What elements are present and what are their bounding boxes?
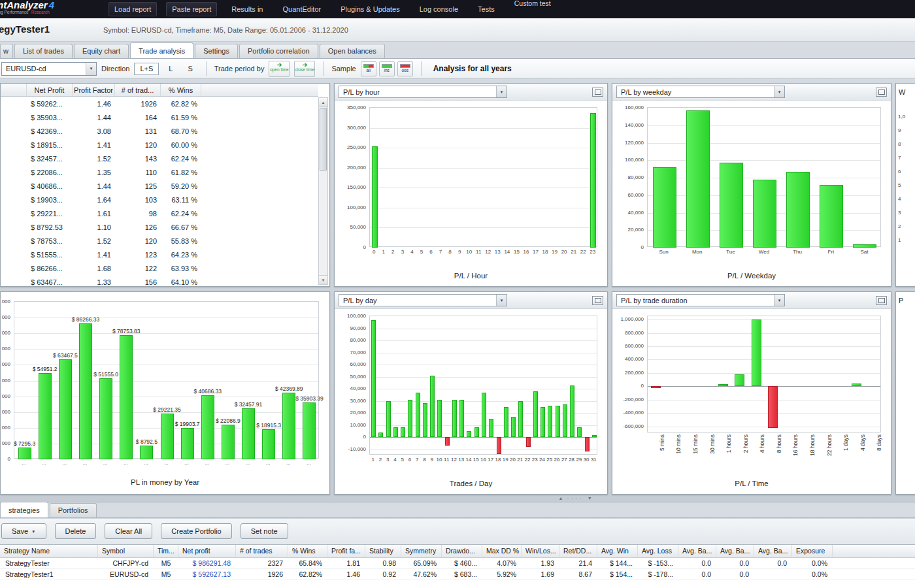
tab-w[interactable]: w: [0, 44, 13, 58]
table-row[interactable]: $ 22086...1.3511061.82 %: [1, 165, 318, 179]
symbol-select[interactable]: EURUSD-cd ▾: [1, 62, 97, 76]
column-header-stability[interactable]: Stability: [365, 545, 401, 557]
popout-icon[interactable]: [876, 296, 887, 305]
column-header-strategy-name[interactable]: Strategy Name: [0, 545, 98, 557]
bar: [563, 404, 567, 437]
column-header-wins[interactable]: % Wins: [288, 545, 327, 557]
column-header-avg-loss[interactable]: Avg. Loss: [638, 545, 678, 557]
sample-all-button[interactable]: all: [361, 61, 376, 76]
strategies-table-body: StrategyTesterCHFJPY-cdM5$ 986291.482327…: [0, 558, 915, 580]
menu-item-paste-report[interactable]: Paste report: [166, 2, 217, 16]
long-only-button[interactable]: L: [163, 63, 178, 74]
scrollbar-thumb[interactable]: [320, 108, 327, 171]
tab-trade-analysis[interactable]: Trade analysis: [130, 42, 193, 58]
bar: [577, 427, 582, 437]
column-header-symbol[interactable]: Symbol: [98, 545, 154, 557]
tab-settings[interactable]: Settings: [195, 44, 238, 58]
column-header-exposure[interactable]: Exposure: [792, 545, 833, 557]
strategy-row[interactable]: StrategyTester1EURUSD-cdM5$ 592627.13192…: [0, 569, 915, 580]
table-row[interactable]: $ 18915...1.4112060.00 %: [1, 138, 318, 152]
table-row[interactable]: $ 51555...1.4112364.23 %: [1, 248, 318, 261]
set-note-button[interactable]: Set note: [241, 523, 288, 539]
column-header-profit-fa[interactable]: Profit fa...: [327, 545, 365, 557]
column-header-avg-win[interactable]: Avg. Win: [597, 545, 638, 557]
chevron-down-icon[interactable]: ▾: [774, 295, 784, 306]
column-header-max-dd[interactable]: Max DD %: [482, 545, 522, 557]
table-row[interactable]: $ 35903...1.4416461.59 %: [1, 110, 318, 124]
column-header-win-los[interactable]: Win/Los...: [522, 545, 559, 557]
column-header-net-profit[interactable]: Net profit: [178, 545, 236, 557]
table-row[interactable]: $ 86266...1.6812263.93 %: [1, 261, 318, 275]
chevron-down-icon[interactable]: ▾: [86, 63, 96, 75]
table-row[interactable]: $ 8792.531.1012666.67 %: [1, 220, 318, 234]
tab-open-balances[interactable]: Open balances: [320, 44, 385, 58]
menu-item-quanteditor[interactable]: QuantEditor: [277, 3, 326, 16]
table-row[interactable]: $ 78753...1.5212055.83 %: [1, 234, 318, 248]
menu-item-results-in[interactable]: Results in: [226, 3, 268, 16]
popout-icon[interactable]: [592, 88, 603, 97]
yearly-table-body: $ 59262...1.46192662.82 %$ 35903...1.441…: [1, 97, 318, 286]
scroll-up-icon[interactable]: ▲: [319, 98, 327, 107]
column-header-avg-ba[interactable]: Avg. Ba...: [716, 545, 754, 557]
cell: 63.11 %: [161, 196, 201, 204]
menu-item-load-report[interactable]: Load report: [108, 2, 157, 16]
chart-type-select-weekday[interactable]: P/L by weekday ▾: [616, 86, 785, 98]
menu-item-tests[interactable]: Tests: [473, 3, 500, 16]
pane-splitter[interactable]: ▲ ···· ▼: [528, 495, 622, 502]
open-time-button[interactable]: ➔ open time: [269, 61, 290, 77]
chart-type-select-day[interactable]: P/L by day ▾: [339, 294, 507, 306]
vertical-scrollbar[interactable]: ▲ ▼: [318, 97, 328, 285]
x-axis-label: 10: [435, 457, 442, 463]
tab-list-of-trades[interactable]: List of trades: [14, 44, 73, 58]
tab-strategies[interactable]: strategies: [0, 502, 48, 517]
sample-oos-button[interactable]: oos: [397, 61, 413, 76]
menu-item-custom-test[interactable]: Custom test: [509, 0, 556, 8]
column-header-tim[interactable]: Tim...: [154, 545, 178, 557]
strategy-row[interactable]: StrategyTesterCHFJPY-cdM5$ 986291.482327…: [0, 558, 915, 569]
tab-portfolios[interactable]: Portfolios: [50, 503, 97, 517]
table-row[interactable]: $ 42369...3.0813168.70 %: [1, 124, 318, 138]
delete-button[interactable]: Delete: [55, 523, 97, 539]
column-header-profit-factor[interactable]: Profit Factor: [73, 84, 115, 96]
popout-icon[interactable]: [592, 296, 603, 305]
table-row[interactable]: $ 40686...1.4412559.20 %: [1, 179, 318, 193]
column-header-of-trades[interactable]: # of trades: [236, 545, 288, 557]
sample-ins-button[interactable]: ins: [379, 61, 395, 76]
collapse-up-icon[interactable]: ▲: [558, 496, 563, 500]
column-header-wins[interactable]: % Wins: [161, 84, 201, 96]
chart-type-select-hour[interactable]: P/L by hour ▾: [339, 86, 507, 98]
x-axis-label: 21: [516, 457, 524, 463]
column-header-ret-dd[interactable]: Ret/DD...: [559, 545, 597, 557]
column-header-symmetry[interactable]: Symmetry: [401, 545, 442, 557]
close-time-button[interactable]: ➔ close time: [294, 61, 315, 77]
table-row[interactable]: $ 32457...1.5214362.24 %: [1, 152, 318, 165]
column-header-drawdo[interactable]: Drawdo...: [442, 545, 482, 557]
tab-portfolio-correlation[interactable]: Portfolio correlation: [239, 44, 318, 58]
table-row[interactable]: $ 29221...1.619862.24 %: [1, 206, 318, 220]
menu-item-log-console[interactable]: Log console: [414, 3, 463, 16]
column-header-net-profit[interactable]: Net Profit: [27, 84, 73, 96]
chevron-down-icon[interactable]: ▾: [496, 295, 507, 306]
table-row[interactable]: $ 19903...1.6410363.11 %: [1, 193, 318, 206]
bar-value-label: $ 7295.3: [14, 440, 35, 447]
table-row[interactable]: $ 59262...1.46192662.82 %: [1, 97, 318, 110]
chevron-down-icon[interactable]: ▾: [774, 86, 784, 97]
collapse-down-icon[interactable]: ▼: [588, 496, 592, 500]
menu-item-plugins-updates[interactable]: Plugins & Updates: [335, 3, 405, 16]
direction-select[interactable]: L+S: [134, 63, 159, 75]
chevron-down-icon[interactable]: ▾: [496, 86, 507, 97]
column-header-avg-ba[interactable]: Avg. Ba...: [754, 545, 792, 557]
column-header-of-trad[interactable]: # of trad...: [115, 84, 161, 96]
tab-equity-chart[interactable]: Equity chart: [74, 44, 129, 58]
table-row[interactable]: $ 63467...1.3315664.10 %: [1, 275, 318, 286]
short-only-button[interactable]: S: [182, 63, 197, 74]
scroll-down-icon[interactable]: ▼: [319, 275, 327, 284]
create-portfolio-button[interactable]: Create Portfolio: [161, 523, 231, 539]
clear-all-button[interactable]: Clear All: [105, 523, 152, 539]
popout-icon[interactable]: [876, 88, 887, 97]
y-axis-label: 0: [338, 434, 366, 440]
save-button[interactable]: Save▼: [1, 523, 46, 539]
column-header-x[interactable]: [1, 84, 27, 96]
column-header-avg-ba[interactable]: Avg. Ba...: [678, 545, 716, 557]
chart-type-select-duration[interactable]: P/L by trade duration ▾: [616, 294, 785, 306]
